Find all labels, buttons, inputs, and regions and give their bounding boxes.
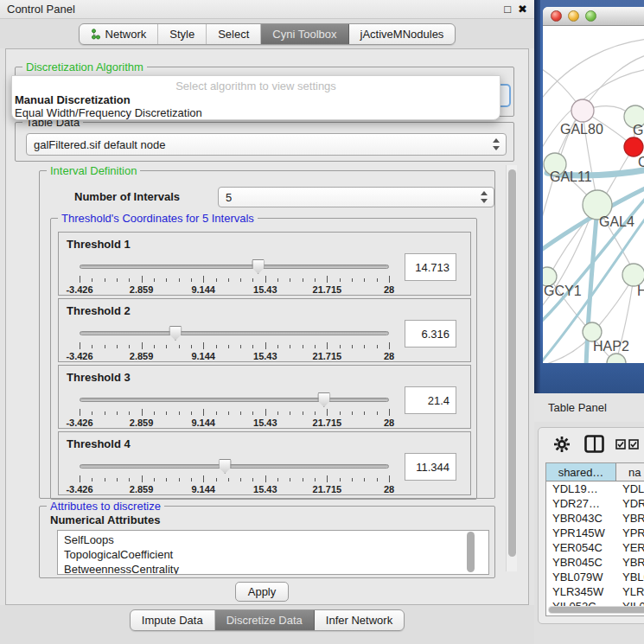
table-row[interactable]: YDL19…YDL1 bbox=[546, 481, 644, 496]
algorithm-dropdown-popup: Select algorithm to view settings Manual… bbox=[11, 75, 501, 120]
table-row[interactable]: YER054CYER0 bbox=[546, 540, 644, 555]
table-cell-shared-name: YBL079W bbox=[546, 571, 616, 583]
tick-label: 21.715 bbox=[313, 418, 342, 428]
tick-mark bbox=[129, 278, 130, 282]
slider-track[interactable] bbox=[80, 464, 389, 469]
number-of-intervals-combo[interactable]: 5 bbox=[218, 187, 494, 207]
table-cell-name: YER0 bbox=[616, 541, 644, 554]
tick-mark bbox=[315, 478, 316, 481]
threshold-value[interactable]: 21.4 bbox=[405, 386, 456, 414]
tick-mark bbox=[154, 478, 155, 481]
attribute-item[interactable]: SelfLoops bbox=[64, 532, 488, 547]
tick-mark bbox=[154, 278, 155, 282]
threshold-value[interactable]: 6.316 bbox=[405, 320, 456, 348]
node-table[interactable]: shared… na YDL19…YDL1YDR27…YDR2YBR043CYB… bbox=[545, 462, 644, 616]
table-row[interactable]: YBR045CYBR0 bbox=[546, 555, 644, 570]
threshold-box: Threshold 3 -3.4262.8599.14415.4321.7152… bbox=[58, 365, 471, 429]
tick-mark bbox=[216, 345, 217, 348]
attributes-list-scrollbar[interactable] bbox=[467, 532, 475, 572]
apply-button-label: Apply bbox=[248, 585, 277, 598]
apply-button[interactable]: Apply bbox=[235, 582, 289, 602]
tick-mark bbox=[303, 278, 303, 282]
checkbox-checked-icon-2[interactable] bbox=[628, 439, 639, 450]
network-view-window[interactable]: GAL80 G C GAL11 GAL4 GCY1 H HAP2 bbox=[543, 7, 644, 363]
tab-cyni-toolbox[interactable]: Cyni Toolbox bbox=[261, 24, 348, 44]
tick-mark bbox=[327, 475, 328, 482]
tick-mark bbox=[240, 478, 241, 481]
tick-mark bbox=[228, 478, 229, 481]
slider-ticks bbox=[80, 409, 389, 416]
minimize-traffic-light[interactable] bbox=[568, 10, 579, 22]
close-window-icon[interactable]: ✖ bbox=[518, 3, 527, 15]
tick-mark bbox=[142, 342, 143, 349]
slider-track[interactable] bbox=[80, 331, 389, 335]
tab-discretize-data[interactable]: Discretize Data bbox=[215, 610, 315, 630]
threshold-label: Threshold 2 bbox=[67, 304, 131, 317]
tick-label: 9.144 bbox=[191, 418, 215, 428]
attribute-item[interactable]: BetweennessCentrality bbox=[64, 562, 488, 575]
dropdown-option-equal-width-frequency[interactable]: Equal Width/Frequency Discretization bbox=[15, 106, 202, 119]
columns-icon[interactable] bbox=[584, 435, 604, 453]
zoom-traffic-light[interactable] bbox=[585, 10, 596, 22]
table-horizontal-scrollbar[interactable] bbox=[548, 606, 644, 614]
threshold-value[interactable]: 14.713 bbox=[405, 253, 456, 281]
scrollbar-thumb[interactable] bbox=[549, 607, 644, 613]
scrollbar-thumb[interactable] bbox=[508, 169, 516, 557]
tick-mark bbox=[228, 278, 229, 282]
attribute-item[interactable]: TopologicalCoefficient bbox=[64, 547, 488, 562]
table-row[interactable]: YDR27…YDR2 bbox=[546, 496, 644, 511]
tick-mark bbox=[203, 409, 204, 416]
threshold-slider[interactable]: -3.4262.8599.14415.4321.71528 bbox=[80, 458, 389, 493]
numerical-attributes-list[interactable]: SelfLoopsTopologicalCoefficientBetweenne… bbox=[57, 530, 489, 575]
table-row[interactable]: YBR043CYBR0 bbox=[546, 511, 644, 526]
checkbox-checked-icon[interactable] bbox=[615, 439, 626, 450]
tick-mark bbox=[117, 278, 118, 282]
column-header-name[interactable]: na bbox=[616, 463, 644, 481]
table-cell-name: YBR0 bbox=[616, 512, 644, 525]
network-canvas[interactable]: GAL80 G C GAL11 GAL4 GCY1 H HAP2 bbox=[543, 26, 644, 363]
tab-label: Style bbox=[169, 28, 194, 41]
tab-infer-network[interactable]: Infer Network bbox=[315, 610, 404, 630]
content-vertical-scrollbar[interactable] bbox=[506, 165, 517, 571]
tab-jactivemnodules[interactable]: jActiveMNodules bbox=[349, 24, 456, 44]
threshold-label: Threshold 4 bbox=[67, 437, 131, 450]
slider-thumb[interactable] bbox=[252, 259, 265, 274]
float-window-icon[interactable]: □ bbox=[504, 3, 511, 15]
table-panel-toolbar bbox=[539, 428, 644, 461]
tick-mark bbox=[389, 475, 390, 482]
slider-thumb[interactable] bbox=[317, 392, 330, 407]
slider-track[interactable] bbox=[80, 265, 389, 269]
table-row[interactable]: YLR345WYLR3 bbox=[546, 584, 644, 599]
threshold-slider[interactable]: -3.4262.8599.14415.4321.71528 bbox=[80, 258, 389, 293]
slider-thumb[interactable] bbox=[169, 326, 182, 341]
tick-mark bbox=[315, 345, 316, 348]
tab-label: Impute Data bbox=[142, 614, 203, 627]
node-red-selected[interactable] bbox=[624, 137, 643, 156]
tick-mark bbox=[179, 478, 180, 481]
node-clipped-bottom[interactable] bbox=[607, 354, 626, 363]
table-data-combo[interactable]: galFiltered.sif default node bbox=[26, 133, 507, 156]
slider-thumb[interactable] bbox=[219, 459, 232, 474]
thresholds-group: Threshold's Coordinates for 5 Intervals … bbox=[50, 218, 477, 500]
tab-network[interactable]: Network bbox=[80, 24, 159, 44]
threshold-slider[interactable]: -3.4262.8599.14415.4321.71528 bbox=[80, 392, 389, 426]
tab-select[interactable]: Select bbox=[207, 24, 261, 44]
tab-impute-data[interactable]: Impute Data bbox=[131, 610, 215, 630]
threshold-value[interactable]: 11.344 bbox=[405, 453, 456, 481]
tab-style[interactable]: Style bbox=[158, 24, 207, 44]
tick-mark bbox=[142, 276, 143, 283]
dropdown-option-manual-discretization[interactable]: Manual Discretization bbox=[15, 93, 131, 106]
table-rows: YDL19…YDL1YDR27…YDR2YBR043CYBR0YPR145WYP… bbox=[546, 481, 644, 614]
tick-label: 28 bbox=[384, 418, 394, 428]
tick-label: 21.715 bbox=[313, 351, 342, 361]
table-row[interactable]: YPR145WYPR1 bbox=[546, 526, 644, 540]
tick-mark bbox=[252, 345, 253, 348]
gear-icon[interactable] bbox=[554, 437, 570, 452]
threshold-slider[interactable]: -3.4262.8599.14415.4321.71528 bbox=[80, 325, 389, 360]
tick-mark bbox=[105, 478, 105, 481]
close-traffic-light[interactable] bbox=[551, 10, 562, 22]
node-gal80[interactable] bbox=[571, 99, 594, 122]
slider-track[interactable] bbox=[80, 398, 389, 402]
table-row[interactable]: YBL079WYBL0 bbox=[546, 570, 644, 584]
column-header-shared-name[interactable]: shared… bbox=[546, 463, 616, 481]
